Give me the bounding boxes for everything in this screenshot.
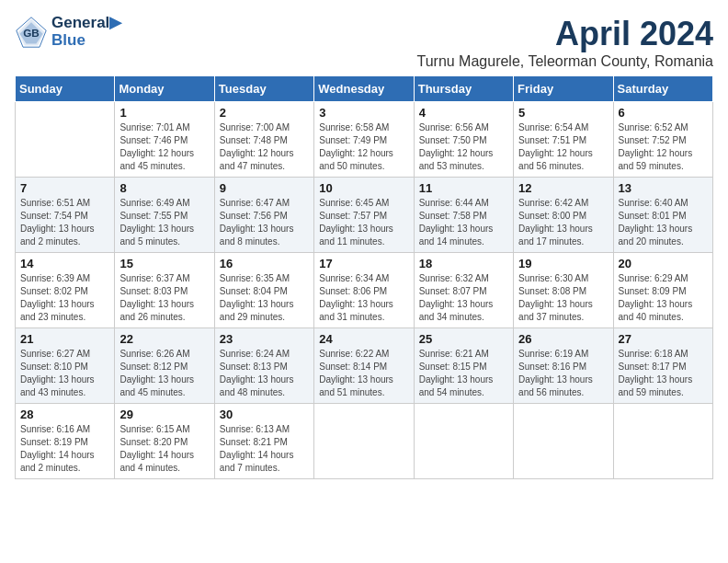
calendar-cell: 22Sunrise: 6:26 AM Sunset: 8:12 PM Dayli… xyxy=(115,328,214,404)
logo-line1: General▶ xyxy=(51,15,121,32)
day-info: Sunrise: 6:51 AM Sunset: 7:54 PM Dayligh… xyxy=(20,197,109,248)
day-number: 21 xyxy=(20,332,109,346)
day-info: Sunrise: 6:32 AM Sunset: 8:07 PM Dayligh… xyxy=(419,272,508,324)
location-title: Turnu Magurele, Teleorman County, Romani… xyxy=(416,53,713,70)
day-info: Sunrise: 6:15 AM Sunset: 8:20 PM Dayligh… xyxy=(119,423,209,475)
calendar-cell xyxy=(613,404,712,479)
day-info: Sunrise: 6:29 AM Sunset: 8:09 PM Dayligh… xyxy=(619,272,708,324)
day-number: 30 xyxy=(220,408,309,421)
day-number: 5 xyxy=(518,106,608,120)
calendar-cell: 3Sunrise: 6:58 AM Sunset: 7:49 PM Daylig… xyxy=(314,102,414,178)
calendar-week-row: 14Sunrise: 6:39 AM Sunset: 8:02 PM Dayli… xyxy=(16,253,713,328)
day-info: Sunrise: 6:54 AM Sunset: 7:51 PM Dayligh… xyxy=(518,121,608,173)
day-info: Sunrise: 6:56 AM Sunset: 7:50 PM Dayligh… xyxy=(419,121,508,173)
day-number: 18 xyxy=(419,257,508,270)
day-number: 9 xyxy=(220,181,309,195)
day-info: Sunrise: 6:40 AM Sunset: 8:01 PM Dayligh… xyxy=(619,197,708,248)
page-header: GB General▶ Blue April 2024 Turnu Magure… xyxy=(15,15,713,70)
day-info: Sunrise: 6:34 AM Sunset: 8:06 PM Dayligh… xyxy=(319,272,408,324)
day-info: Sunrise: 7:00 AM Sunset: 7:48 PM Dayligh… xyxy=(220,121,309,173)
day-info: Sunrise: 6:26 AM Sunset: 8:12 PM Dayligh… xyxy=(119,348,209,399)
day-info: Sunrise: 6:52 AM Sunset: 7:52 PM Dayligh… xyxy=(619,121,708,173)
day-number: 17 xyxy=(319,257,408,270)
day-info: Sunrise: 6:44 AM Sunset: 7:58 PM Dayligh… xyxy=(419,197,508,248)
day-info: Sunrise: 6:22 AM Sunset: 8:14 PM Dayligh… xyxy=(319,348,408,399)
weekday-header-thursday: Thursday xyxy=(414,76,513,102)
calendar-cell: 12Sunrise: 6:42 AM Sunset: 8:00 PM Dayli… xyxy=(514,178,613,253)
day-number: 26 xyxy=(518,332,608,346)
calendar-cell: 30Sunrise: 6:13 AM Sunset: 8:21 PM Dayli… xyxy=(214,404,313,479)
calendar-cell: 19Sunrise: 6:30 AM Sunset: 8:08 PM Dayli… xyxy=(514,253,613,328)
day-info: Sunrise: 6:49 AM Sunset: 7:55 PM Dayligh… xyxy=(119,197,209,248)
day-number: 1 xyxy=(119,106,209,120)
calendar-cell: 17Sunrise: 6:34 AM Sunset: 8:06 PM Dayli… xyxy=(314,253,414,328)
calendar-cell: 13Sunrise: 6:40 AM Sunset: 8:01 PM Dayli… xyxy=(613,178,712,253)
calendar-cell: 18Sunrise: 6:32 AM Sunset: 8:07 PM Dayli… xyxy=(414,253,513,328)
day-number: 24 xyxy=(319,332,408,346)
calendar-cell: 20Sunrise: 6:29 AM Sunset: 8:09 PM Dayli… xyxy=(613,253,712,328)
calendar-cell: 11Sunrise: 6:44 AM Sunset: 7:58 PM Dayli… xyxy=(414,178,513,253)
logo: GB General▶ Blue xyxy=(15,15,121,49)
day-number: 29 xyxy=(119,408,209,421)
day-number: 8 xyxy=(119,181,209,195)
calendar-cell xyxy=(314,404,414,479)
weekday-header-wednesday: Wednesday xyxy=(314,76,414,102)
day-number: 12 xyxy=(518,181,608,195)
day-info: Sunrise: 6:27 AM Sunset: 8:10 PM Dayligh… xyxy=(20,348,109,399)
calendar-cell: 21Sunrise: 6:27 AM Sunset: 8:10 PM Dayli… xyxy=(16,328,115,404)
month-title: April 2024 xyxy=(416,15,713,53)
calendar-cell: 29Sunrise: 6:15 AM Sunset: 8:20 PM Dayli… xyxy=(115,404,214,479)
day-info: Sunrise: 6:45 AM Sunset: 7:57 PM Dayligh… xyxy=(319,197,408,248)
calendar-cell: 6Sunrise: 6:52 AM Sunset: 7:52 PM Daylig… xyxy=(613,102,712,178)
calendar-cell xyxy=(16,102,115,178)
calendar-cell: 7Sunrise: 6:51 AM Sunset: 7:54 PM Daylig… xyxy=(16,178,115,253)
calendar-cell: 26Sunrise: 6:19 AM Sunset: 8:16 PM Dayli… xyxy=(514,328,613,404)
day-number: 7 xyxy=(20,181,109,195)
day-number: 14 xyxy=(20,257,109,270)
logo-icon: GB xyxy=(15,16,48,49)
day-number: 19 xyxy=(518,257,608,270)
day-info: Sunrise: 6:30 AM Sunset: 8:08 PM Dayligh… xyxy=(518,272,608,324)
weekday-header-tuesday: Tuesday xyxy=(214,76,313,102)
day-number: 4 xyxy=(419,106,508,120)
title-block: April 2024 Turnu Magurele, Teleorman Cou… xyxy=(416,15,713,70)
calendar-cell: 15Sunrise: 6:37 AM Sunset: 8:03 PM Dayli… xyxy=(115,253,214,328)
day-number: 22 xyxy=(119,332,209,346)
calendar-cell: 8Sunrise: 6:49 AM Sunset: 7:55 PM Daylig… xyxy=(115,178,214,253)
day-number: 15 xyxy=(119,257,209,270)
calendar-cell: 5Sunrise: 6:54 AM Sunset: 7:51 PM Daylig… xyxy=(514,102,613,178)
day-number: 23 xyxy=(220,332,309,346)
calendar-cell: 27Sunrise: 6:18 AM Sunset: 8:17 PM Dayli… xyxy=(613,328,712,404)
svg-text:GB: GB xyxy=(23,27,40,39)
calendar-week-row: 28Sunrise: 6:16 AM Sunset: 8:19 PM Dayli… xyxy=(16,404,713,479)
day-number: 13 xyxy=(619,181,708,195)
calendar-cell: 23Sunrise: 6:24 AM Sunset: 8:13 PM Dayli… xyxy=(214,328,313,404)
day-number: 2 xyxy=(220,106,309,120)
day-info: Sunrise: 6:13 AM Sunset: 8:21 PM Dayligh… xyxy=(220,423,309,475)
calendar-cell xyxy=(514,404,613,479)
calendar-cell: 4Sunrise: 6:56 AM Sunset: 7:50 PM Daylig… xyxy=(414,102,513,178)
weekday-header-friday: Friday xyxy=(514,76,613,102)
weekday-header-saturday: Saturday xyxy=(613,76,712,102)
day-info: Sunrise: 6:24 AM Sunset: 8:13 PM Dayligh… xyxy=(220,348,309,399)
day-number: 11 xyxy=(419,181,508,195)
day-info: Sunrise: 6:39 AM Sunset: 8:02 PM Dayligh… xyxy=(20,272,109,324)
day-number: 27 xyxy=(619,332,708,346)
calendar-cell: 24Sunrise: 6:22 AM Sunset: 8:14 PM Dayli… xyxy=(314,328,414,404)
day-number: 10 xyxy=(319,181,408,195)
calendar-cell: 2Sunrise: 7:00 AM Sunset: 7:48 PM Daylig… xyxy=(214,102,313,178)
calendar-cell: 9Sunrise: 6:47 AM Sunset: 7:56 PM Daylig… xyxy=(214,178,313,253)
calendar-week-row: 1Sunrise: 7:01 AM Sunset: 7:46 PM Daylig… xyxy=(16,102,713,178)
weekday-header-sunday: Sunday xyxy=(16,76,115,102)
weekday-header-monday: Monday xyxy=(115,76,214,102)
calendar-cell: 16Sunrise: 6:35 AM Sunset: 8:04 PM Dayli… xyxy=(214,253,313,328)
logo-text-block: General▶ Blue xyxy=(51,15,121,49)
calendar-week-row: 21Sunrise: 6:27 AM Sunset: 8:10 PM Dayli… xyxy=(16,328,713,404)
day-number: 6 xyxy=(619,106,708,120)
day-number: 25 xyxy=(419,332,508,346)
calendar-cell: 1Sunrise: 7:01 AM Sunset: 7:46 PM Daylig… xyxy=(115,102,214,178)
day-number: 28 xyxy=(20,408,109,421)
calendar-week-row: 7Sunrise: 6:51 AM Sunset: 7:54 PM Daylig… xyxy=(16,178,713,253)
day-info: Sunrise: 6:21 AM Sunset: 8:15 PM Dayligh… xyxy=(419,348,508,399)
day-number: 20 xyxy=(619,257,708,270)
